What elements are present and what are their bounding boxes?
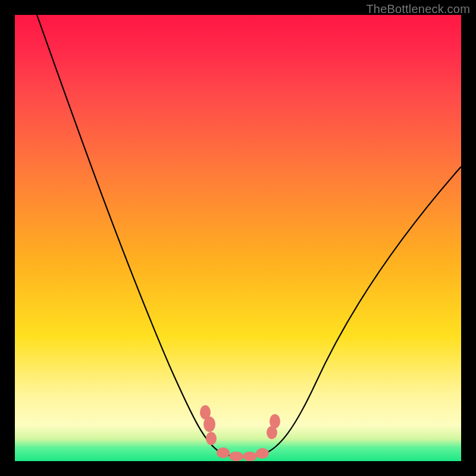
highlight-dots bbox=[200, 405, 280, 461]
svg-point-6 bbox=[256, 448, 269, 459]
svg-point-8 bbox=[270, 414, 280, 428]
svg-point-3 bbox=[217, 447, 230, 458]
watermark-text: TheBottleneck.com bbox=[366, 2, 470, 16]
curve-svg bbox=[15, 15, 461, 461]
bottleneck-curve bbox=[37, 15, 461, 457]
svg-point-2 bbox=[206, 432, 217, 445]
plot-area bbox=[15, 15, 461, 461]
svg-point-5 bbox=[243, 452, 257, 461]
svg-point-1 bbox=[203, 416, 215, 432]
chart-frame: TheBottleneck.com bbox=[0, 0, 476, 476]
svg-point-4 bbox=[229, 452, 243, 461]
